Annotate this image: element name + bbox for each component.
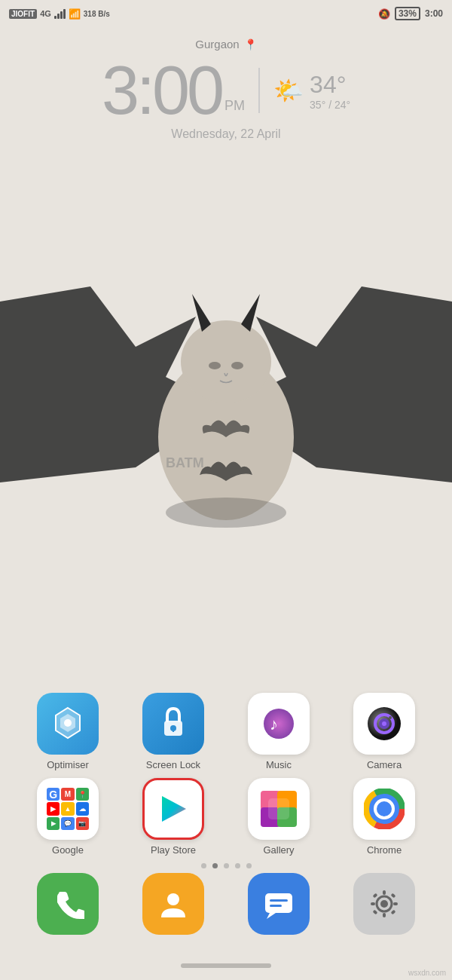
screenlock-icon[interactable] xyxy=(142,693,204,755)
svg-rect-40 xyxy=(371,902,375,905)
app-gallery[interactable]: Gallery xyxy=(237,778,320,856)
gallery-icon[interactable] xyxy=(248,778,310,840)
playstore-label: Play Store xyxy=(151,844,196,856)
app-row-2: G M 📍 ▶ ▲ ☁ ▶ 💬 📷 Google xyxy=(15,778,437,856)
google-grid: G M 📍 ▶ ▲ ☁ ▶ 💬 📷 xyxy=(47,788,89,830)
google-label: Google xyxy=(52,844,84,856)
dock-contacts[interactable] xyxy=(132,873,215,935)
svg-rect-34 xyxy=(270,899,288,902)
dock-phone[interactable] xyxy=(26,873,109,935)
phone-icon[interactable] xyxy=(37,873,99,935)
svg-text:♪: ♪ xyxy=(270,715,278,733)
clock-section: Gurgaon 📍 3:00 PM 🌤️ 34° 35° / 24° Wedne… xyxy=(0,38,452,141)
svg-rect-38 xyxy=(383,890,386,895)
page-dot-2 xyxy=(212,863,218,868)
svg-marker-3 xyxy=(241,294,260,332)
signal-bars xyxy=(54,8,66,19)
location-row: Gurgaon 📍 xyxy=(0,38,452,51)
google-icon[interactable]: G M 📍 ▶ ▲ ☁ ▶ 💬 📷 xyxy=(37,778,99,840)
app-music[interactable]: ♪ Music xyxy=(237,693,320,770)
dock xyxy=(0,873,452,935)
playstore-icon[interactable] xyxy=(142,778,204,840)
page-dots xyxy=(0,863,452,868)
status-left: JIOFIT 4G 📶 318 B/s xyxy=(9,8,110,20)
svg-rect-11 xyxy=(173,728,174,732)
app-camera[interactable]: Camera xyxy=(343,693,426,770)
clock-time-display: 3:00 xyxy=(102,57,221,124)
page-dot-5 xyxy=(246,863,252,868)
clock-row: 3:00 PM 🌤️ 34° 35° / 24° xyxy=(0,57,452,124)
temp-range: 35° / 24° xyxy=(310,99,350,111)
svg-rect-32 xyxy=(265,893,292,913)
home-indicator[interactable] xyxy=(181,963,271,968)
settings-icon[interactable] xyxy=(353,873,415,935)
data-speed: 318 B/s xyxy=(84,10,110,18)
watermark: wsxdn.com xyxy=(408,969,446,977)
svg-point-5 xyxy=(231,362,243,369)
svg-point-30 xyxy=(377,801,392,816)
clock-status: 3:00 xyxy=(425,8,443,19)
messages-icon[interactable] xyxy=(248,873,310,935)
clock-period: PM xyxy=(224,98,245,114)
date-display: Wednesday, 22 April xyxy=(0,127,452,141)
page-dot-4 xyxy=(235,863,240,868)
screenlock-label: Screen Lock xyxy=(146,759,200,770)
location-text: Gurgaon xyxy=(195,38,239,51)
weather-block: 34° 35° / 24° xyxy=(310,71,350,111)
svg-rect-35 xyxy=(270,905,282,907)
app-playstore[interactable]: Play Store xyxy=(132,778,215,856)
svg-rect-24 xyxy=(268,798,289,819)
svg-point-8 xyxy=(64,719,72,727)
status-right: 🔕 33% 3:00 xyxy=(378,7,443,20)
battery-indicator: 33% xyxy=(395,7,420,20)
wifi-icon: 📶 xyxy=(69,8,81,20)
app-google[interactable]: G M 📍 ▶ ▲ ☁ ▶ 💬 📷 Google xyxy=(26,778,109,856)
svg-rect-45 xyxy=(390,909,396,914)
svg-point-18 xyxy=(389,716,392,719)
camera-label: Camera xyxy=(367,759,402,770)
svg-rect-44 xyxy=(372,909,377,914)
svg-point-6 xyxy=(166,498,286,528)
carrier-label: JIOFIT xyxy=(9,9,37,19)
svg-rect-42 xyxy=(372,893,377,898)
svg-text:BATM: BATM xyxy=(166,455,204,470)
music-label: Music xyxy=(266,759,292,770)
svg-point-31 xyxy=(167,893,179,905)
optimiser-icon[interactable] xyxy=(37,693,99,755)
app-chrome[interactable]: Chrome xyxy=(343,778,426,856)
svg-rect-43 xyxy=(390,893,396,898)
svg-marker-33 xyxy=(267,913,276,919)
chrome-label: Chrome xyxy=(367,844,402,856)
current-temp: 34° xyxy=(310,71,346,99)
weather-icon: 🌤️ xyxy=(273,76,304,105)
svg-rect-39 xyxy=(383,913,386,917)
status-bar: JIOFIT 4G 📶 318 B/s 🔕 33% 3:00 xyxy=(0,0,452,27)
music-icon[interactable]: ♪ xyxy=(248,693,310,755)
camera-icon[interactable] xyxy=(353,693,415,755)
location-pin-icon: 📍 xyxy=(244,38,257,51)
app-optimiser[interactable]: Optimiser xyxy=(26,693,109,770)
svg-point-37 xyxy=(380,900,388,908)
network-type: 4G xyxy=(40,9,51,18)
mute-icon: 🔕 xyxy=(378,8,390,20)
contacts-icon[interactable] xyxy=(142,873,204,935)
app-screenlock[interactable]: Screen Lock xyxy=(132,693,215,770)
clock-divider xyxy=(258,68,260,113)
svg-marker-2 xyxy=(192,294,211,332)
optimiser-label: Optimiser xyxy=(47,759,89,770)
batman-wallpaper: BATM xyxy=(0,241,452,528)
svg-point-4 xyxy=(209,362,221,369)
svg-point-17 xyxy=(382,721,386,726)
page-dot-3 xyxy=(224,863,229,868)
page-dot-1 xyxy=(201,863,206,868)
svg-marker-19 xyxy=(162,796,186,822)
dock-messages[interactable] xyxy=(237,873,320,935)
svg-point-1 xyxy=(181,320,271,403)
chrome-icon[interactable] xyxy=(353,778,415,840)
dock-settings[interactable] xyxy=(343,873,426,935)
app-row-1: Optimiser Screen Lock xyxy=(15,693,437,770)
svg-rect-41 xyxy=(393,902,398,905)
weather-row: 🌤️ 34° 35° / 24° xyxy=(273,71,350,111)
app-grid: Optimiser Screen Lock xyxy=(0,693,452,863)
gallery-label: Gallery xyxy=(263,844,294,856)
